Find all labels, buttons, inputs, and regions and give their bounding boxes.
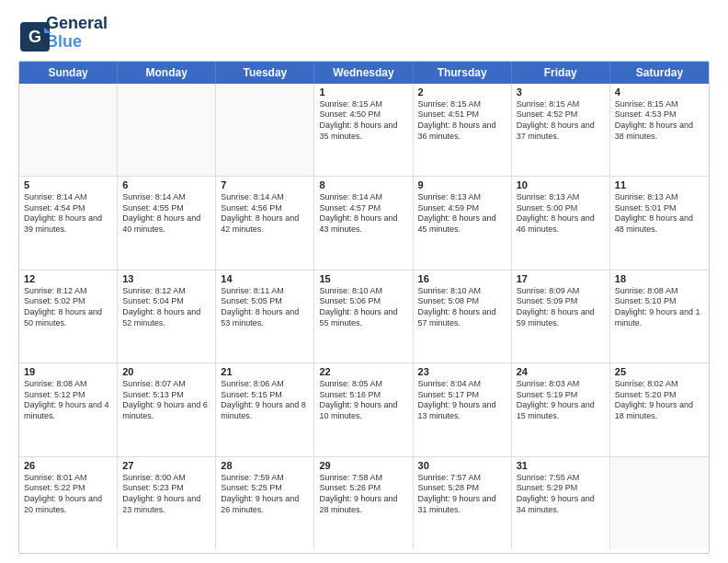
calendar-cell: 4Sunrise: 8:15 AMSunset: 4:53 PMDaylight… [610, 84, 709, 176]
cell-text: Sunrise: 8:02 AMSunset: 5:20 PMDaylight:… [615, 379, 704, 422]
calendar-cell: 1Sunrise: 8:15 AMSunset: 4:50 PMDaylight… [314, 84, 413, 176]
calendar-cell: 30Sunrise: 7:57 AMSunset: 5:28 PMDayligh… [414, 457, 512, 549]
calendar-cell: 11Sunrise: 8:13 AMSunset: 5:01 PMDayligh… [610, 177, 709, 269]
calendar-cell [610, 457, 709, 549]
calendar-week-5: 26Sunrise: 8:01 AMSunset: 5:22 PMDayligh… [19, 457, 709, 549]
cell-text: Sunrise: 8:14 AMSunset: 4:54 PMDaylight:… [24, 192, 112, 236]
day-number: 5 [24, 179, 112, 190]
day-number: 20 [122, 366, 210, 377]
calendar-cell [19, 84, 118, 176]
cell-text: Sunrise: 8:13 AMSunset: 5:01 PMDaylight:… [615, 192, 704, 236]
header-day-saturday: Saturday [610, 62, 709, 84]
cell-text: Sunrise: 8:05 AMSunset: 5:16 PMDaylight:… [319, 379, 407, 422]
cell-text: Sunrise: 8:03 AMSunset: 5:19 PMDaylight:… [517, 379, 605, 422]
calendar-week-1: 1Sunrise: 8:15 AMSunset: 4:50 PMDaylight… [19, 84, 709, 177]
cell-text: Sunrise: 8:15 AMSunset: 4:51 PMDaylight:… [418, 99, 506, 143]
calendar-cell [118, 84, 216, 176]
calendar-cell: 7Sunrise: 8:14 AMSunset: 4:56 PMDaylight… [216, 177, 314, 269]
day-number: 23 [418, 366, 506, 377]
cell-text: Sunrise: 8:06 AMSunset: 5:15 PMDaylight:… [221, 379, 309, 422]
header-day-sunday: Sunday [19, 62, 118, 84]
header-day-friday: Friday [512, 62, 610, 84]
day-number: 10 [517, 179, 605, 190]
cell-text: Sunrise: 8:10 AMSunset: 5:08 PMDaylight:… [418, 286, 506, 329]
day-number: 17 [517, 273, 605, 284]
calendar-cell: 17Sunrise: 8:09 AMSunset: 5:09 PMDayligh… [512, 270, 610, 362]
cell-text: Sunrise: 7:58 AMSunset: 5:26 PMDaylight:… [319, 473, 407, 516]
cell-text: Sunrise: 8:09 AMSunset: 5:09 PMDaylight:… [517, 286, 605, 329]
calendar-cell: 6Sunrise: 8:14 AMSunset: 4:55 PMDaylight… [118, 177, 216, 269]
calendar-cell: 24Sunrise: 8:03 AMSunset: 5:19 PMDayligh… [512, 363, 610, 455]
header: G General Blue [18, 15, 710, 52]
day-number: 30 [418, 460, 506, 471]
calendar-cell: 9Sunrise: 8:13 AMSunset: 4:59 PMDaylight… [414, 177, 512, 269]
cell-text: Sunrise: 7:55 AMSunset: 5:29 PMDaylight:… [517, 473, 605, 516]
cell-text: Sunrise: 8:00 AMSunset: 5:23 PMDaylight:… [122, 473, 210, 516]
calendar-cell: 27Sunrise: 8:00 AMSunset: 5:23 PMDayligh… [118, 457, 216, 549]
svg-text:G: G [28, 28, 41, 46]
calendar-cell: 20Sunrise: 8:07 AMSunset: 5:13 PMDayligh… [118, 363, 216, 455]
calendar-header: SundayMondayTuesdayWednesdayThursdayFrid… [19, 62, 709, 84]
cell-text: Sunrise: 8:14 AMSunset: 4:56 PMDaylight:… [221, 192, 309, 236]
calendar: SundayMondayTuesdayWednesdayThursdayFrid… [18, 61, 710, 554]
day-number: 22 [319, 366, 407, 377]
day-number: 31 [517, 460, 605, 471]
day-number: 25 [615, 366, 704, 377]
cell-text: Sunrise: 8:15 AMSunset: 4:50 PMDaylight:… [319, 99, 407, 143]
header-day-thursday: Thursday [414, 62, 512, 84]
calendar-cell: 18Sunrise: 8:08 AMSunset: 5:10 PMDayligh… [610, 270, 709, 362]
cell-text: Sunrise: 8:13 AMSunset: 4:59 PMDaylight:… [418, 192, 506, 236]
calendar-cell: 28Sunrise: 7:59 AMSunset: 5:25 PMDayligh… [216, 457, 314, 549]
calendar-cell: 2Sunrise: 8:15 AMSunset: 4:51 PMDaylight… [414, 84, 512, 176]
calendar-body: 1Sunrise: 8:15 AMSunset: 4:50 PMDaylight… [19, 84, 709, 549]
day-number: 21 [221, 366, 309, 377]
day-number: 19 [24, 366, 112, 377]
day-number: 3 [517, 86, 605, 98]
day-number: 15 [319, 273, 407, 284]
day-number: 8 [319, 179, 407, 190]
header-day-tuesday: Tuesday [216, 62, 314, 84]
day-number: 28 [221, 460, 309, 471]
calendar-cell: 31Sunrise: 7:55 AMSunset: 5:29 PMDayligh… [512, 457, 610, 549]
calendar-cell: 12Sunrise: 8:12 AMSunset: 5:02 PMDayligh… [19, 270, 118, 362]
cell-text: Sunrise: 7:57 AMSunset: 5:28 PMDaylight:… [418, 473, 506, 516]
calendar-cell: 13Sunrise: 8:12 AMSunset: 5:04 PMDayligh… [118, 270, 216, 362]
cell-text: Sunrise: 8:12 AMSunset: 5:02 PMDaylight:… [24, 286, 112, 329]
calendar-cell: 10Sunrise: 8:13 AMSunset: 5:00 PMDayligh… [512, 177, 610, 269]
calendar-cell: 19Sunrise: 8:08 AMSunset: 5:12 PMDayligh… [19, 363, 118, 455]
day-number: 7 [221, 179, 309, 190]
calendar-cell: 15Sunrise: 8:10 AMSunset: 5:06 PMDayligh… [314, 270, 413, 362]
cell-text: Sunrise: 8:14 AMSunset: 4:57 PMDaylight:… [319, 192, 407, 236]
day-number: 6 [122, 179, 210, 190]
calendar-cell: 14Sunrise: 8:11 AMSunset: 5:05 PMDayligh… [216, 270, 314, 362]
cell-text: Sunrise: 8:01 AMSunset: 5:22 PMDaylight:… [24, 473, 112, 516]
calendar-cell: 21Sunrise: 8:06 AMSunset: 5:15 PMDayligh… [216, 363, 314, 455]
day-number: 4 [615, 86, 704, 98]
cell-text: Sunrise: 8:13 AMSunset: 5:00 PMDaylight:… [517, 192, 605, 236]
cell-text: Sunrise: 8:12 AMSunset: 5:04 PMDaylight:… [122, 286, 210, 329]
day-number: 16 [418, 273, 506, 284]
header-day-wednesday: Wednesday [314, 62, 413, 84]
calendar-cell: 3Sunrise: 8:15 AMSunset: 4:52 PMDaylight… [512, 84, 610, 176]
header-day-monday: Monday [118, 62, 216, 84]
day-number: 14 [221, 273, 309, 284]
calendar-cell: 8Sunrise: 8:14 AMSunset: 4:57 PMDaylight… [314, 177, 413, 269]
day-number: 2 [418, 86, 506, 98]
day-number: 27 [122, 460, 210, 471]
calendar-cell [216, 84, 314, 176]
day-number: 11 [615, 179, 704, 190]
day-number: 13 [122, 273, 210, 284]
calendar-week-4: 19Sunrise: 8:08 AMSunset: 5:12 PMDayligh… [19, 363, 709, 456]
calendar-week-3: 12Sunrise: 8:12 AMSunset: 5:02 PMDayligh… [19, 270, 709, 363]
calendar-cell: 16Sunrise: 8:10 AMSunset: 5:08 PMDayligh… [414, 270, 512, 362]
cell-text: Sunrise: 8:10 AMSunset: 5:06 PMDaylight:… [319, 286, 407, 329]
cell-text: Sunrise: 8:04 AMSunset: 5:17 PMDaylight:… [418, 379, 506, 422]
calendar-cell: 29Sunrise: 7:58 AMSunset: 5:26 PMDayligh… [314, 457, 413, 549]
day-number: 24 [517, 366, 605, 377]
calendar-cell: 26Sunrise: 8:01 AMSunset: 5:22 PMDayligh… [19, 457, 118, 549]
cell-text: Sunrise: 7:59 AMSunset: 5:25 PMDaylight:… [221, 473, 309, 516]
calendar-cell: 22Sunrise: 8:05 AMSunset: 5:16 PMDayligh… [314, 363, 413, 455]
page: G General Blue SundayMondayTuesdayWednes… [0, 0, 728, 563]
cell-text: Sunrise: 8:08 AMSunset: 5:10 PMDaylight:… [615, 286, 704, 329]
calendar-cell: 5Sunrise: 8:14 AMSunset: 4:54 PMDaylight… [19, 177, 118, 269]
